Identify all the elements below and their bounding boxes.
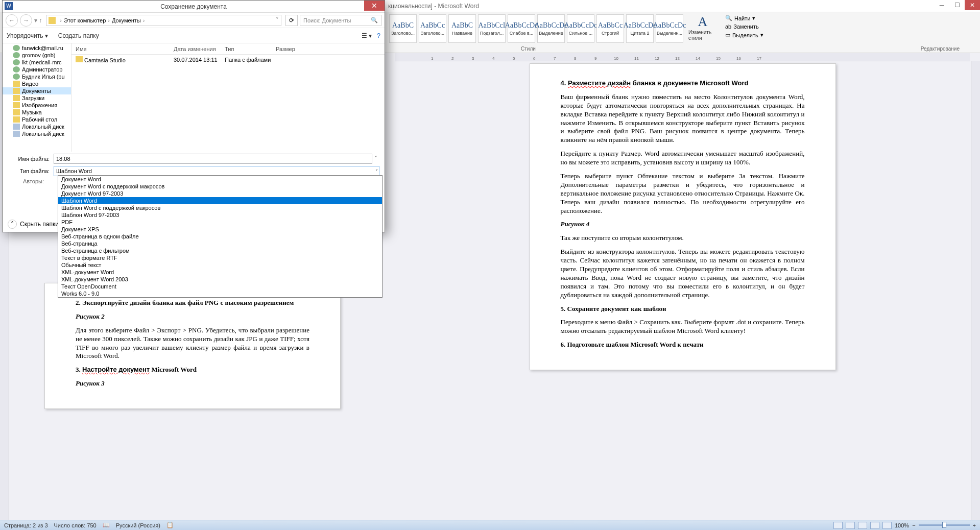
- tree-item[interactable]: Администратор: [3, 66, 71, 73]
- tree-item[interactable]: Будник Илья (bu: [3, 73, 71, 80]
- tree-item[interactable]: Музыка: [3, 109, 71, 116]
- file-row[interactable]: Camtasia Studio 30.07.2014 13:11 Папка с…: [71, 55, 385, 65]
- editing-group: 🔍Найти ▾ abЗаменить ▭Выделить ▾: [723, 12, 766, 53]
- dropdown-option[interactable]: Веб-страница: [58, 240, 382, 247]
- paragraph-4c: Теперь выберите пункт Обтекание текстом …: [561, 172, 805, 215]
- file-list[interactable]: Имя Дата изменения Тип Размер Camtasia S…: [71, 43, 385, 152]
- refresh-button[interactable]: ⟳: [285, 15, 298, 26]
- page-indicator[interactable]: Страница: 2 из 3: [4, 522, 48, 528]
- search-input[interactable]: Поиск: Документы 🔍: [300, 15, 381, 26]
- forward-button[interactable]: →: [20, 14, 32, 27]
- dialog-close-button[interactable]: ✕: [364, 1, 385, 11]
- tree-item[interactable]: Рабочий стол: [3, 116, 71, 123]
- style-card[interactable]: AaBbCНазвание: [448, 14, 476, 43]
- heading-3: 3. Настройте документ Microsoft Word: [76, 366, 309, 374]
- dropdown-option[interactable]: Веб-страница с фильтром: [58, 247, 382, 254]
- paragraph-4b: Перейдите к пункту Размер. Word автомати…: [561, 150, 805, 167]
- cursor-icon: ▭: [725, 32, 730, 38]
- style-card[interactable]: AaBbCcЗаголово...: [419, 14, 446, 43]
- dropdown-option[interactable]: PDF: [58, 219, 382, 226]
- language-indicator[interactable]: Русский (Россия): [116, 522, 160, 528]
- dropdown-option[interactable]: Документ Word 97-2003: [58, 190, 382, 197]
- tree-item[interactable]: fanwick@mail.ru: [3, 44, 71, 52]
- filetype-combo[interactable]: Шаблон Word ˅: [54, 166, 379, 176]
- binoculars-icon: 🔍: [725, 15, 732, 21]
- document-page-right[interactable]: 4. Разместите дизайн бланка в документе …: [530, 63, 836, 370]
- hide-folders-button[interactable]: Скрыть папки: [20, 221, 59, 228]
- web-layout-view[interactable]: [858, 522, 867, 529]
- user-icon: [13, 59, 20, 65]
- close-button[interactable]: ✕: [965, 0, 980, 10]
- document-page-left[interactable]: 2. Экспортируйте дизайн бланка как файл …: [44, 283, 341, 409]
- up-button[interactable]: ▾ ↑: [34, 17, 42, 24]
- style-card[interactable]: AaBbCcDcСлабое в...: [508, 14, 535, 43]
- new-folder-button[interactable]: Создать папку: [58, 32, 99, 39]
- track-changes-icon[interactable]: 📋: [166, 522, 174, 528]
- dropdown-option[interactable]: Документ Word: [58, 176, 382, 183]
- zoom-slider[interactable]: [919, 524, 970, 526]
- dropdown-option[interactable]: Веб-страница в одном файле: [58, 233, 382, 240]
- file-list-header[interactable]: Имя Дата изменения Тип Размер: [71, 43, 385, 55]
- dropdown-option[interactable]: Документ Word с поддержкой макросов: [58, 183, 382, 190]
- replace-button[interactable]: abЗаменить: [723, 23, 766, 30]
- tree-item[interactable]: Загрузки: [3, 94, 71, 102]
- figure-4-label: Рисунок 4: [561, 220, 805, 229]
- style-card[interactable]: AaBbCcDcЦитата 2: [626, 14, 654, 43]
- full-screen-view[interactable]: [846, 522, 855, 529]
- tree-item[interactable]: ikt (medcall-mrc: [3, 59, 71, 66]
- dropdown-option[interactable]: Шаблон Word с поддержкой макросов: [58, 204, 382, 211]
- style-card[interactable]: AaBbCcDcВыделенн...: [656, 14, 683, 43]
- tree-item[interactable]: gromov (gnb): [3, 52, 71, 59]
- outline-view[interactable]: [870, 522, 879, 529]
- address-breadcrumb[interactable]: › Этот компьютер › Документы › ˅: [46, 15, 281, 26]
- tree-item[interactable]: Локальный диск: [3, 130, 71, 137]
- help-button[interactable]: ?: [377, 32, 380, 39]
- style-card[interactable]: AaBbCcDcСильное ...: [567, 14, 594, 43]
- spell-check-icon[interactable]: 📖: [103, 522, 110, 528]
- organize-button[interactable]: Упорядочить ▾: [7, 32, 48, 39]
- zoom-value[interactable]: 100%: [895, 522, 909, 528]
- back-button[interactable]: ←: [6, 14, 18, 27]
- maximize-button[interactable]: ☐: [949, 0, 965, 10]
- dropdown-option[interactable]: Шаблон Word: [58, 197, 382, 204]
- style-card[interactable]: AaBbCcIПодзагол...: [478, 14, 506, 43]
- dropdown-option[interactable]: Обычный текст: [58, 261, 382, 269]
- print-layout-view[interactable]: [833, 522, 843, 529]
- horizontal-ruler[interactable]: 123 456 789 101112 131415 1617: [395, 53, 970, 61]
- dialog-titlebar[interactable]: W Сохранение документа ✕: [3, 1, 385, 13]
- tree-item[interactable]: Локальный диск: [3, 123, 71, 130]
- tree-item[interactable]: Документы: [3, 87, 71, 94]
- dropdown-option[interactable]: Текст в формате RTF: [58, 254, 382, 261]
- zoom-in-button[interactable]: +: [973, 522, 976, 528]
- heading-4: 4. Разместите дизайн бланка в документе …: [561, 79, 805, 88]
- folder-icon: [13, 116, 20, 123]
- dropdown-option[interactable]: XML-документ Word: [58, 269, 382, 276]
- dropdown-option[interactable]: XML-документ Word 2003: [58, 276, 382, 283]
- tree-item[interactable]: Изображения: [3, 102, 71, 109]
- style-card[interactable]: AaBbCcСтрогий: [596, 14, 624, 43]
- dropdown-option[interactable]: Текст OpenDocument: [58, 283, 382, 290]
- dropdown-option[interactable]: Шаблон Word 97-2003: [58, 211, 382, 219]
- select-button[interactable]: ▭Выделить ▾: [723, 31, 766, 39]
- vertical-scrollbar[interactable]: [971, 61, 980, 520]
- dialog-navigation: ← → ▾ ↑ › Этот компьютер › Документы › ˅…: [3, 13, 385, 28]
- style-card[interactable]: AaBbCЗаголово...: [389, 14, 417, 43]
- figure-2-label: Рисунок 2: [76, 312, 309, 321]
- folder-icon: [13, 88, 20, 94]
- folder-icon: [76, 56, 83, 62]
- zoom-out-button[interactable]: −: [912, 522, 915, 528]
- view-options-button[interactable]: ☰ ▾: [362, 32, 372, 39]
- filetype-dropdown[interactable]: Документ WordДокумент Word с поддержкой …: [58, 175, 383, 298]
- filename-input[interactable]: [54, 154, 372, 164]
- minimize-button[interactable]: ─: [934, 0, 949, 10]
- draft-view[interactable]: [882, 522, 892, 529]
- change-styles-button[interactable]: A Изменить стили: [688, 12, 717, 43]
- styles-gallery[interactable]: AaBbCЗаголово...AaBbCcЗаголово...AaBbCНа…: [388, 12, 684, 53]
- dropdown-option[interactable]: Документ XPS: [58, 226, 382, 233]
- tree-item[interactable]: Видео: [3, 80, 71, 87]
- find-button[interactable]: 🔍Найти ▾: [723, 14, 766, 22]
- folder-tree[interactable]: fanwick@mail.rugromov (gnb)ikt (medcall-…: [3, 43, 71, 152]
- style-card[interactable]: AaBbCcDcВыделение: [537, 14, 565, 43]
- dropdown-option[interactable]: Works 6.0 - 9.0: [58, 290, 382, 297]
- word-count[interactable]: Число слов: 750: [54, 522, 97, 528]
